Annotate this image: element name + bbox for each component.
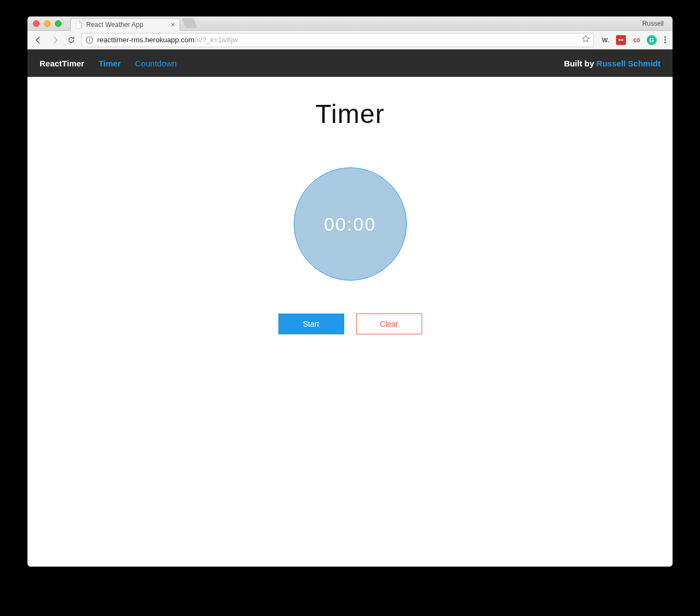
page-title: Timer <box>316 99 385 129</box>
author-link[interactable]: Russell Schmidt <box>596 59 660 68</box>
wappalyzer-extension-icon[interactable]: W. <box>601 35 611 45</box>
svg-rect-2 <box>89 40 89 42</box>
brand[interactable]: ReactTimer <box>40 59 84 68</box>
browser-tab[interactable]: React Weather App × <box>70 18 180 31</box>
site-info-icon[interactable] <box>85 36 94 44</box>
bookmark-star-icon[interactable] <box>581 35 590 45</box>
built-by-prefix: Built by <box>564 59 596 68</box>
page-icon <box>75 21 83 29</box>
window-close-icon[interactable] <box>33 20 40 27</box>
window-minimize-icon[interactable] <box>44 20 51 27</box>
start-button[interactable]: Start <box>278 313 344 334</box>
extensions: W. ••• co G <box>597 35 668 45</box>
tab-strip: React Weather App × <box>70 16 195 30</box>
address-bar[interactable]: reacttimer-rms.herokuapp.com/#/?_k=1iv8j… <box>81 33 594 47</box>
codepen-extension-icon[interactable]: co <box>631 35 641 45</box>
controls: Start Clear <box>278 313 422 334</box>
forward-button[interactable] <box>48 33 61 47</box>
reload-button[interactable] <box>65 33 78 47</box>
app-navbar: ReactTimer Timer Countdown Built by Russ… <box>27 49 673 77</box>
browser-menu-icon[interactable] <box>662 36 668 43</box>
page-content: Timer 00:00 Start Clear <box>27 77 673 567</box>
browser-toolbar: reacttimer-rms.herokuapp.com/#/?_k=1iv8j… <box>27 31 673 49</box>
tab-close-icon[interactable]: × <box>171 21 175 29</box>
built-by: Built by Russell Schmidt <box>564 59 660 68</box>
clock-face: 00:00 <box>294 167 407 281</box>
lastpass-extension-icon[interactable]: ••• <box>616 35 626 45</box>
tab-title: React Weather App <box>86 21 143 29</box>
grammarly-extension-icon[interactable]: G <box>647 35 657 45</box>
nav-link-countdown[interactable]: Countdown <box>135 59 177 68</box>
nav-link-timer[interactable]: Timer <box>98 59 121 68</box>
browser-window: React Weather App × Russell reacttimer-r… <box>27 16 673 567</box>
clear-button[interactable]: Clear <box>356 313 422 334</box>
svg-point-1 <box>89 38 90 39</box>
traffic-lights <box>33 20 61 27</box>
window-zoom-icon[interactable] <box>55 20 61 27</box>
back-button[interactable] <box>32 33 45 47</box>
url-text: reacttimer-rms.herokuapp.com/#/?_k=1iv8j… <box>97 36 238 44</box>
new-tab-button[interactable] <box>182 18 198 28</box>
window-titlebar: React Weather App × Russell <box>27 16 673 31</box>
profile-name[interactable]: Russell <box>642 20 667 27</box>
clock-display: 00:00 <box>324 214 376 235</box>
